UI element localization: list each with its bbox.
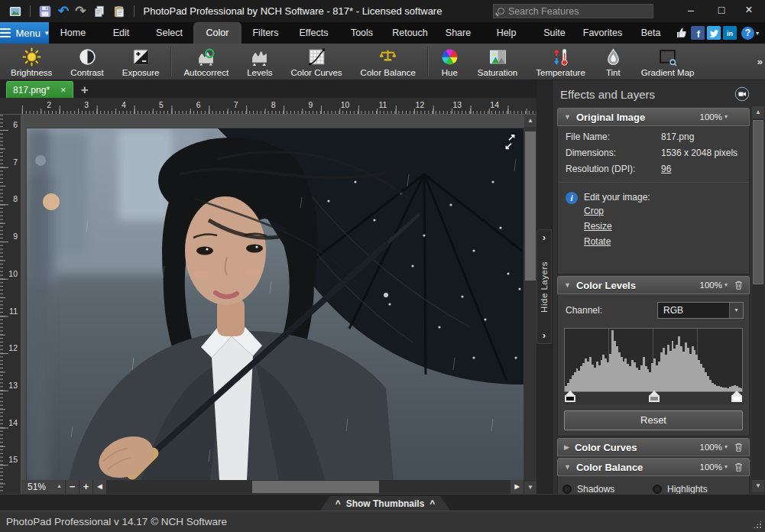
- menu-tab-beta[interactable]: Beta: [627, 22, 675, 44]
- canvas[interactable]: ↗↙: [21, 115, 524, 480]
- levels-button[interactable]: Levels: [238, 44, 281, 79]
- black-point-slider[interactable]: [564, 391, 576, 402]
- panel-title: Effects and Layers: [560, 88, 734, 101]
- expand-icon[interactable]: ↗↙: [507, 133, 516, 150]
- zoom-spinner-icon[interactable]: ▲: [57, 483, 62, 488]
- tint-button[interactable]: Tint: [595, 44, 632, 79]
- menu-tab-retouch[interactable]: Retouch: [386, 22, 434, 44]
- maximize-button[interactable]: □: [708, 0, 734, 21]
- white-point-slider[interactable]: [731, 391, 743, 402]
- camera-icon[interactable]: [734, 86, 750, 102]
- collapse-icon[interactable]: ▼: [564, 113, 571, 121]
- opacity-dropdown[interactable]: 100% ▾: [700, 443, 728, 452]
- panel-scroll-up-button[interactable]: ▲: [752, 106, 764, 118]
- autocorrect-button[interactable]: Autocorrect: [174, 44, 238, 79]
- gradient-map-button[interactable]: Gradient Map: [632, 44, 704, 79]
- tint-icon: [604, 47, 623, 66]
- panel-scrollbar[interactable]: ▲ ▼: [752, 106, 764, 492]
- menu-tab-home[interactable]: Home: [49, 22, 97, 44]
- opacity-dropdown[interactable]: 100% ▾: [700, 462, 728, 472]
- close-tab-icon[interactable]: ×: [60, 85, 66, 95]
- hide-layers-tab[interactable]: › Hide Layers ›: [536, 229, 552, 344]
- scroll-down-button[interactable]: ▼: [524, 482, 536, 494]
- zoom-out-button[interactable]: −: [66, 480, 79, 494]
- scroll-left-button[interactable]: ◀: [93, 480, 107, 494]
- saturation-button[interactable]: Saturation: [468, 44, 527, 79]
- delete-effect-icon[interactable]: [734, 280, 744, 290]
- field-label: Dimensions:: [566, 148, 661, 158]
- thumbs-up-icon[interactable]: [675, 26, 689, 40]
- midtone-slider[interactable]: [648, 391, 660, 402]
- collapse-icon[interactable]: ▼: [564, 281, 571, 289]
- menu-tab-help[interactable]: Help: [482, 22, 530, 44]
- reset-button[interactable]: Reset: [564, 410, 743, 430]
- field-value[interactable]: 96: [661, 164, 671, 174]
- channel-label: Channel:: [566, 305, 657, 316]
- opacity-dropdown[interactable]: 100% ▾: [700, 112, 728, 122]
- menu-tab-color[interactable]: Color: [193, 22, 241, 44]
- section-header-color-balance[interactable]: ▼ Color Balance 100% ▾: [557, 458, 750, 476]
- section-header-original-image[interactable]: ▼ Original Image 100% ▾: [557, 108, 750, 126]
- minimize-button[interactable]: –: [678, 0, 704, 21]
- collapse-icon[interactable]: ▶: [564, 443, 569, 451]
- menu-tab-favorites[interactable]: Favorites: [579, 22, 627, 44]
- redo-icon[interactable]: ↷: [75, 5, 86, 18]
- linkedin-icon[interactable]: [723, 26, 737, 40]
- search-input[interactable]: Search Features: [493, 4, 653, 18]
- help-button[interactable]: ? ▾: [741, 22, 759, 44]
- hue-button[interactable]: Hue: [431, 44, 468, 79]
- vertical-scroll-thumb[interactable]: [525, 131, 536, 281]
- panel-scroll-thumb[interactable]: [753, 120, 763, 284]
- twitter-icon[interactable]: [707, 26, 721, 40]
- radio-shadows[interactable]: Shadows: [562, 484, 653, 495]
- collapse-panel-arrow-top[interactable]: ›: [543, 233, 546, 242]
- document-tab-817-png-[interactable]: 817.png*×: [6, 81, 73, 98]
- radio-highlights[interactable]: Highlights: [653, 484, 743, 495]
- collapse-icon[interactable]: ▼: [564, 463, 571, 471]
- new-tab-button[interactable]: +: [81, 82, 89, 98]
- paste-icon[interactable]: [112, 5, 126, 18]
- opacity-dropdown[interactable]: 100% ▾: [700, 281, 728, 290]
- copy-icon[interactable]: [92, 5, 106, 18]
- resize-link[interactable]: Resize: [584, 221, 650, 232]
- show-thumbnails-button[interactable]: ^ Show Thumbnails ^: [319, 496, 451, 511]
- levels-slider-track[interactable]: [564, 392, 743, 404]
- menu-tab-suite[interactable]: Suite: [530, 22, 579, 44]
- menu-tab-filters[interactable]: Filters: [241, 22, 290, 44]
- menu-tab-tools[interactable]: Tools: [338, 22, 386, 44]
- canvas-horizontal-scrollbar[interactable]: [107, 480, 511, 494]
- zoom-in-button[interactable]: +: [79, 480, 93, 494]
- color-curves-button[interactable]: Color Curves: [281, 44, 351, 79]
- channel-dropdown[interactable]: RGB ▾: [657, 302, 744, 319]
- menu-tab-edit[interactable]: Edit: [97, 22, 145, 44]
- zoom-level-control[interactable]: 51% ▲: [21, 480, 66, 494]
- delete-effect-icon[interactable]: [734, 442, 744, 453]
- menu-button[interactable]: Menu ▾: [0, 22, 49, 44]
- menu-tab-select[interactable]: Select: [145, 22, 193, 44]
- brightness-button[interactable]: Brightness: [2, 44, 61, 79]
- exposure-button[interactable]: Exposure: [113, 44, 169, 79]
- section-header-color-curves[interactable]: ▶ Color Curves 100% ▾: [557, 438, 750, 456]
- panel-scroll-down-button[interactable]: ▼: [752, 480, 764, 492]
- delete-effect-icon[interactable]: [734, 462, 744, 472]
- toolbar-overflow-button[interactable]: »: [757, 56, 763, 67]
- photo-817[interactable]: ↗↙: [27, 128, 524, 480]
- save-icon[interactable]: [38, 5, 52, 18]
- canvas-vertical-scrollbar[interactable]: ▲ ▼: [524, 115, 536, 494]
- menu-tab-effects[interactable]: Effects: [290, 22, 338, 44]
- scroll-right-button[interactable]: ▶: [511, 480, 524, 494]
- resize-grip[interactable]: [753, 520, 762, 529]
- undo-icon[interactable]: ↶: [58, 5, 69, 18]
- color-balance-button[interactable]: Color Balance: [352, 44, 425, 79]
- rotate-link[interactable]: Rotate: [584, 236, 650, 247]
- section-header-color-levels[interactable]: ▼ Color Levels 100% ▾: [557, 276, 750, 294]
- scroll-up-button[interactable]: ▲: [524, 115, 536, 127]
- facebook-icon[interactable]: [691, 26, 705, 40]
- contrast-button[interactable]: Contrast: [61, 44, 112, 79]
- crop-link[interactable]: Crop: [584, 206, 650, 216]
- menu-tab-share[interactable]: Share: [434, 22, 482, 44]
- collapse-panel-arrow-bottom[interactable]: ›: [543, 331, 546, 340]
- horizontal-scroll-thumb[interactable]: [252, 481, 379, 493]
- temperature-button[interactable]: Temperature: [527, 44, 595, 79]
- close-button[interactable]: ×: [736, 0, 762, 21]
